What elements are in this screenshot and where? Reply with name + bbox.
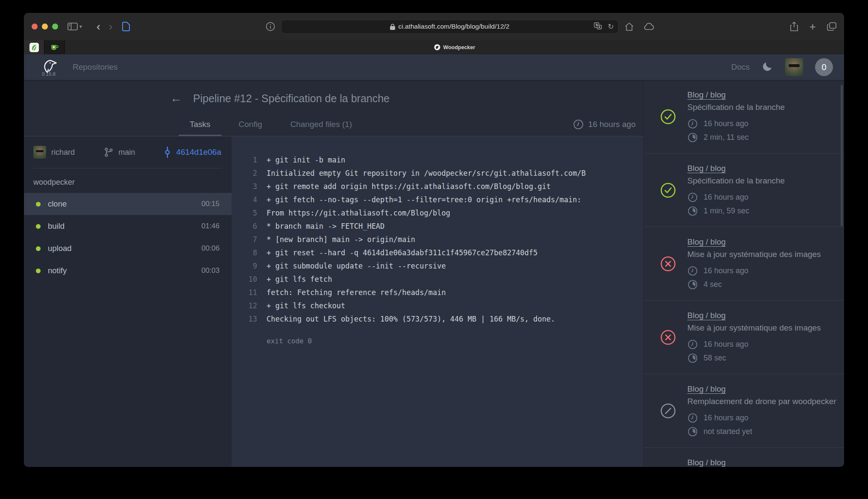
- app-navbar: 0.15.8 Repositories Docs 0: [24, 54, 844, 80]
- branch-label: main: [104, 147, 135, 157]
- address-bar[interactable]: ci.athaliasoft.com/Blog/blog/build/12/2 …: [281, 20, 619, 34]
- repo-link[interactable]: Blog / blog: [687, 384, 726, 393]
- step-status-dot: [36, 202, 41, 207]
- step-build[interactable]: build 01:46: [24, 215, 232, 237]
- step-notify[interactable]: notify 00:03: [24, 260, 232, 282]
- entry-duration: 58 sec: [687, 353, 821, 363]
- chevron-down-icon[interactable]: ▾: [79, 24, 82, 30]
- history-entry[interactable]: Blog / blog Mise à jour systématique des…: [644, 301, 844, 374]
- log-line: 7* [new branch] main -> origin/main: [242, 233, 639, 246]
- clock-icon: [687, 266, 698, 276]
- tab-overview-icon[interactable]: [827, 22, 836, 31]
- pipeline-time-ago: 16 hours ago: [573, 112, 643, 136]
- version-label: 0.15.8: [42, 71, 56, 77]
- user-avatar[interactable]: [785, 58, 803, 76]
- close-window-button[interactable]: [32, 24, 38, 30]
- duration-icon: [687, 132, 698, 143]
- notification-badge[interactable]: 0: [815, 58, 833, 76]
- status-success-icon: [660, 109, 676, 125]
- exit-code: exit code 0: [242, 337, 639, 345]
- nav-docs-link[interactable]: Docs: [731, 62, 750, 72]
- log-line: 10+ git lfs fetch: [242, 273, 639, 286]
- entry-duration: 4 sec: [687, 279, 821, 290]
- tab-title: Woodpecker: [443, 44, 475, 50]
- reload-icon[interactable]: ↻: [608, 22, 614, 31]
- tab-woodpecker[interactable]: Woodpecker: [65, 40, 844, 54]
- translate-icon[interactable]: [594, 22, 602, 31]
- woodpecker-logo[interactable]: 0.15.8: [37, 58, 61, 77]
- repo-link[interactable]: Blog / blog: [687, 311, 726, 320]
- step-status-dot: [36, 246, 41, 251]
- dark-mode-toggle-icon[interactable]: [762, 61, 773, 74]
- pinned-tab-leaf[interactable]: [24, 40, 44, 54]
- commit-icon: [164, 147, 171, 158]
- branch-icon: [104, 147, 113, 157]
- leaf-favicon: [29, 43, 39, 52]
- tab-config[interactable]: Config: [228, 112, 273, 136]
- history-entry[interactable]: Blog / blog Spécification de la branche …: [644, 80, 844, 154]
- commit-message: Spécification de la branche: [687, 103, 785, 112]
- duration-icon: [687, 206, 698, 216]
- cloud-icon[interactable]: [643, 23, 654, 30]
- step-upload[interactable]: upload 00:06: [24, 237, 232, 260]
- tab-changed-files[interactable]: Changed files (1): [279, 112, 364, 136]
- share-icon[interactable]: [790, 21, 798, 32]
- log-line: 3+ git remote add origin https://git.ath…: [242, 180, 639, 193]
- panel-scrollbar[interactable]: [841, 85, 843, 226]
- repo-link[interactable]: Blog / blog: [687, 90, 726, 99]
- log-line: 6* branch main -> FETCH_HEAD: [242, 220, 639, 233]
- entry-duration: 2 min, 11 sec: [687, 132, 785, 143]
- log-line: 12+ git lfs checkout: [242, 299, 639, 313]
- commit-message: Mise à jour systématique des images: [687, 250, 821, 259]
- log-line: 11fetch: Fetching reference refs/heads/m…: [242, 286, 639, 299]
- home-icon[interactable]: [625, 22, 634, 31]
- pinned-tab-gitea[interactable]: [44, 40, 65, 54]
- step-clone[interactable]: clone 00:15: [24, 193, 232, 215]
- workflow-name: woodpecker: [24, 168, 232, 193]
- window-controls: [32, 24, 58, 30]
- step-status-dot: [36, 224, 41, 229]
- pipeline-title: Pipeline #12 - Spécification de la branc…: [193, 92, 390, 105]
- commit-message: Mise à jour systématique des images: [687, 323, 821, 333]
- commit-message: Remplacement de drone par woodpecker: [687, 397, 833, 406]
- history-entry[interactable]: Blog / blog Remplacement de drone par wo…: [644, 374, 844, 448]
- forward-button[interactable]: ›: [109, 21, 113, 32]
- minimize-window-button[interactable]: [42, 24, 48, 30]
- entry-duration: 1 min, 59 sec: [687, 206, 785, 216]
- history-entry[interactable]: Blog / blog Mise à jour systématique des…: [644, 227, 844, 301]
- new-tab-icon[interactable]: +: [809, 20, 816, 33]
- sidebar-toggle-icon[interactable]: [67, 23, 78, 30]
- status-failure-icon: [660, 256, 676, 272]
- entry-duration: not started yet: [687, 426, 833, 437]
- browser-window: ▾ ‹ › ci.athaliasoft.com/Blog/blog/build…: [24, 13, 844, 467]
- repo-link[interactable]: Blog / blog: [687, 458, 726, 467]
- status-failure-icon: [660, 329, 676, 345]
- back-arrow-icon[interactable]: ←: [170, 92, 182, 104]
- zoom-window-button[interactable]: [52, 24, 58, 30]
- log-line: 4+ git fetch --no-tags --depth=1 --filte…: [242, 193, 639, 207]
- clock-icon: [687, 413, 698, 423]
- nav-repositories-link[interactable]: Repositories: [73, 62, 118, 72]
- history-entry[interactable]: Blog / blog Remplacement de drone par wo…: [644, 448, 844, 467]
- woodpecker-favicon: [434, 44, 440, 50]
- pipeline-header: ← Pipeline #12 - Spécification de la bra…: [24, 80, 643, 136]
- commit-link[interactable]: 4614d1e06a: [164, 147, 221, 158]
- tab-bar: Woodpecker: [24, 40, 844, 54]
- clock-icon: [573, 119, 584, 130]
- history-entry[interactable]: Blog / blog Spécification de la branche …: [644, 154, 844, 227]
- clock-icon: [687, 118, 698, 129]
- back-button[interactable]: ‹: [97, 21, 100, 32]
- tab-tasks[interactable]: Tasks: [179, 112, 222, 136]
- pipeline-history-panel[interactable]: Blog / blog Spécification de la branche …: [643, 80, 844, 467]
- info-icon[interactable]: [266, 22, 275, 31]
- log-line: 13Checking out LFS objects: 100% (573/57…: [242, 313, 639, 326]
- status-skipped-icon: [660, 403, 676, 419]
- browser-toolbar: ▾ ‹ › ci.athaliasoft.com/Blog/blog/build…: [24, 13, 844, 40]
- status-success-icon: [660, 182, 676, 198]
- repo-link[interactable]: Blog / blog: [687, 237, 726, 246]
- reader-page-icon[interactable]: [122, 21, 130, 32]
- console-log[interactable]: 1+ git init -b main 2Initialized empty G…: [232, 136, 643, 467]
- pipeline-tabs: Tasks Config Changed files (1) 16 hours …: [170, 112, 643, 136]
- clock-icon: [687, 339, 698, 350]
- repo-link[interactable]: Blog / blog: [687, 164, 726, 173]
